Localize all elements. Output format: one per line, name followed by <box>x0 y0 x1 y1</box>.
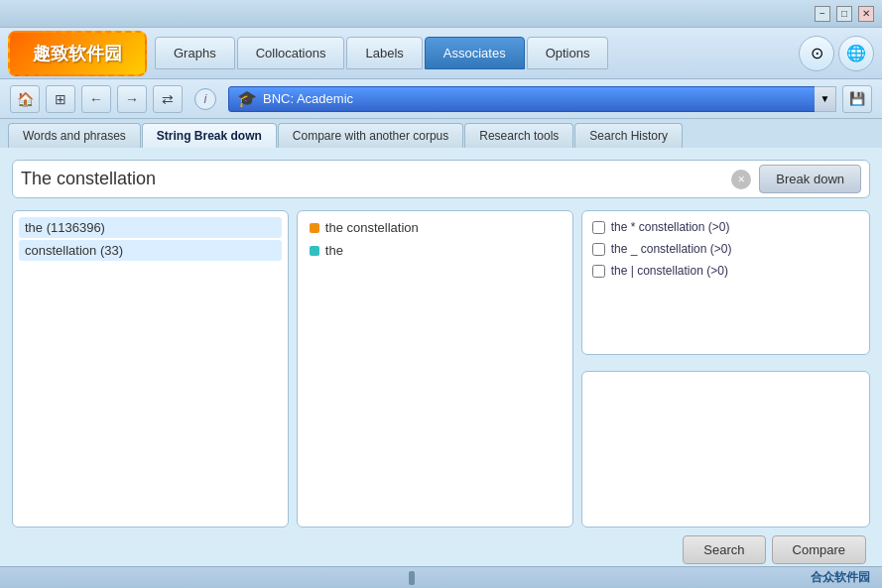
tab-options[interactable]: Options <box>527 37 609 69</box>
search-row: × Break down <box>12 160 870 198</box>
window-controls: − □ ✕ <box>815 6 874 22</box>
orange-dot-icon <box>310 223 319 233</box>
home-button[interactable]: 🏠 <box>10 85 40 113</box>
list-item[interactable]: the constellation <box>304 217 567 238</box>
left-panel: the (1136396) constellation (33) <box>12 210 289 528</box>
title-bar: − □ ✕ <box>0 0 882 28</box>
sub-tabs: Words and phrases String Break down Comp… <box>0 119 882 148</box>
tab-graphs[interactable]: Graphs <box>155 37 235 69</box>
tab-collocations[interactable]: Collocations <box>237 37 345 69</box>
status-right-text: 合众软件园 <box>811 569 870 586</box>
phrase-text: the constellation <box>325 220 419 235</box>
columns-container: the (1136396) constellation (33) the con… <box>12 210 870 528</box>
middle-panel: the constellation the <box>297 210 573 528</box>
restore-button[interactable]: □ <box>836 6 852 22</box>
main-content: × Break down the (1136396) constellation… <box>0 148 882 576</box>
status-center-indicator <box>409 571 415 585</box>
tab-associates[interactable]: Associates <box>425 37 525 69</box>
back-button[interactable]: ← <box>81 85 111 113</box>
search-input[interactable] <box>21 169 723 189</box>
web-icon-btn[interactable]: 🌐 <box>838 36 874 71</box>
nav-tabs: Graphs Collocations Labels Associates Op… <box>155 37 791 69</box>
check-label: the _ constellation (>0) <box>611 242 732 256</box>
list-item[interactable]: constellation (33) <box>19 240 282 261</box>
swap-button[interactable]: ⇄ <box>153 85 183 113</box>
right-top-panel: the * constellation (>0) the _ constella… <box>581 210 870 355</box>
compare-button[interactable]: Compare <box>772 535 866 564</box>
checkbox-underscore[interactable] <box>592 243 605 256</box>
right-bottom-panel <box>581 371 870 528</box>
right-col-wrapper: the * constellation (>0) the _ constella… <box>581 210 870 528</box>
info-button[interactable]: i <box>194 88 216 110</box>
nav-icons: ⊙ 🌐 <box>799 36 874 71</box>
corpus-selector-wrapper: 🎓 BNC: Academic ▼ <box>228 86 836 112</box>
sub-tab-history[interactable]: Search History <box>574 123 683 148</box>
corpus-name-label: BNC: Academic <box>263 91 353 106</box>
sub-tab-words[interactable]: Words and phrases <box>8 123 141 148</box>
teal-dot-icon <box>310 246 319 256</box>
list-item: the _ constellation (>0) <box>588 239 863 259</box>
phrase-text: the <box>325 243 343 258</box>
help-icon-btn[interactable]: ⊙ <box>799 36 834 71</box>
sub-tab-research[interactable]: Research tools <box>464 123 573 148</box>
save-button[interactable]: 💾 <box>842 85 872 113</box>
search-button[interactable]: Search <box>683 535 765 564</box>
checkbox-wildcard[interactable] <box>592 221 605 234</box>
list-item: the * constellation (>0) <box>588 217 863 237</box>
bottom-buttons: Search Compare <box>12 535 870 564</box>
corpus-hat-icon: 🎓 <box>237 89 257 108</box>
check-label: the * constellation (>0) <box>611 220 730 234</box>
grid-button[interactable]: ⊞ <box>46 85 75 113</box>
check-label: the | constellation (>0) <box>611 264 728 278</box>
close-button[interactable]: ✕ <box>858 6 874 22</box>
list-item[interactable]: the (1136396) <box>19 217 282 238</box>
checkbox-pipe[interactable] <box>592 265 605 278</box>
clear-button[interactable]: × <box>731 170 751 189</box>
logo-text: 趣致软件园 <box>33 42 122 65</box>
status-bar: 合众软件园 <box>0 566 882 588</box>
forward-button[interactable]: → <box>117 85 147 113</box>
top-nav: 趣致软件园 Graphs Collocations Labels Associa… <box>0 28 882 79</box>
list-item[interactable]: the <box>304 240 567 261</box>
minimize-button[interactable]: − <box>815 6 830 22</box>
tab-labels[interactable]: Labels <box>346 37 422 69</box>
corpus-dropdown-arrow[interactable]: ▼ <box>815 86 836 112</box>
list-item: the | constellation (>0) <box>588 261 863 281</box>
sub-tab-compare[interactable]: Compare with another corpus <box>278 123 463 148</box>
app-logo: 趣致软件园 <box>8 31 147 76</box>
toolbar: 🏠 ⊞ ← → ⇄ i 🎓 BNC: Academic ▼ 💾 <box>0 79 882 119</box>
breakdown-button[interactable]: Break down <box>759 165 861 193</box>
sub-tab-breakdown[interactable]: String Break down <box>142 123 277 148</box>
